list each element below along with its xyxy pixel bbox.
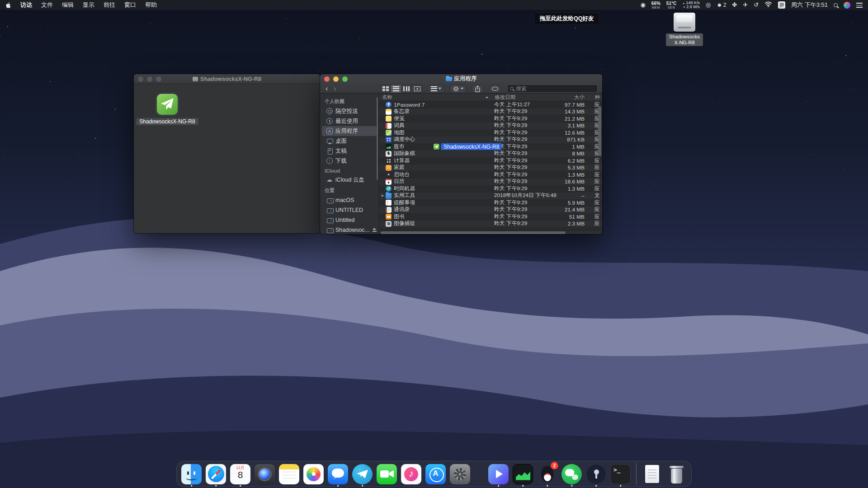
back-button[interactable]: ‹ [323, 84, 331, 93]
action-button[interactable] [449, 84, 467, 93]
sidebar-item[interactable]: iCloud 云盘 [322, 175, 377, 185]
file-row[interactable]: 图书昨天 下午9:2951 MB应 [379, 213, 602, 221]
sidebar-item[interactable]: 下载 [322, 156, 377, 166]
tags-button[interactable] [489, 84, 501, 93]
menubar-menu[interactable]: 访达 [16, 1, 37, 8]
dock-documents[interactable] [642, 464, 662, 485]
menubar-menu[interactable]: 窗口 [120, 1, 141, 8]
sidebar-item[interactable]: 最近使用 [322, 116, 377, 126]
file-row[interactable]: 计算器昨天 下午9:296.2 MB应 [379, 157, 602, 164]
file-row[interactable]: 1Password 7今天 上午11:2797.7 MB应 [379, 101, 602, 108]
menubar-menu[interactable]: 前往 [99, 1, 120, 8]
file-date: 昨天 下午9:29 [491, 206, 564, 213]
file-row[interactable]: 地图昨天 下午9:2912.6 MB应 [379, 129, 602, 136]
dock-wechat[interactable] [561, 464, 582, 485]
menubar-menu[interactable]: 编辑 [57, 1, 78, 8]
paw-icon[interactable]: ✤ [732, 0, 737, 10]
dock-appstore[interactable] [425, 464, 446, 485]
column-header-kind[interactable]: 种 [589, 94, 602, 101]
sidebar-scrollbar-thumb[interactable] [377, 97, 378, 180]
file-row[interactable]: 日历昨天 下午9:2918.6 MB应 [379, 178, 602, 186]
plane-icon[interactable]: ✈ [743, 0, 748, 10]
dock-notes[interactable] [279, 464, 299, 485]
column-view-button[interactable] [401, 85, 412, 93]
menubar-menu[interactable]: 文件 [37, 1, 57, 8]
file-row[interactable]: 提醒事项昨天 下午9:295.9 MB应 [379, 199, 602, 206]
list-view-button[interactable] [391, 85, 401, 93]
gear-icon [453, 85, 459, 92]
disclosure-triangle-icon[interactable]: ▶ [382, 194, 386, 197]
file-row[interactable]: 图像捕捉昨天 下午9:292.3 MB应 [379, 221, 602, 228]
dock-onepassword[interactable] [586, 464, 606, 485]
sidebar-item[interactable]: 隔空投送 [322, 106, 377, 116]
sidebar-item[interactable]: Shadowsoc... [322, 225, 377, 234]
share-button[interactable] [472, 84, 484, 93]
file-kind: 应 [589, 178, 602, 185]
file-row[interactable]: 通讯录昨天 下午9:2921.4 MB应 [379, 206, 602, 214]
sidebar-item[interactable]: 应用程序 [322, 126, 377, 136]
file-row[interactable]: ▶实用工具2018年10月24日 下午5:48--文 [379, 192, 602, 200]
icon-view-button[interactable] [381, 85, 391, 93]
list-horizontal-scrollbar-thumb[interactable] [381, 231, 566, 234]
file-kind: 文 [589, 192, 602, 199]
column-header-date[interactable]: 修改日期 [491, 94, 564, 101]
dmg-app-item[interactable]: ShadowsocksX-NG-R8 [144, 94, 191, 125]
sidebar-item[interactable]: 桌面 [322, 136, 377, 146]
notification-center-icon[interactable] [856, 3, 863, 8]
sidebar-item[interactable]: Untitled [322, 215, 377, 225]
dock-finder[interactable] [181, 464, 202, 485]
input-method-icon[interactable]: 拼 [778, 1, 785, 9]
sidebar-item[interactable]: UNTITLED [322, 205, 377, 215]
dock-qq[interactable]: 2 [537, 464, 557, 485]
search-input[interactable] [516, 85, 588, 92]
dock-telegram[interactable] [352, 464, 373, 485]
dock-photos[interactable] [303, 464, 324, 485]
list-vertical-scrollbar-thumb[interactable] [598, 106, 601, 156]
status-circle-icon[interactable]: ◉ [641, 0, 646, 10]
apple-menu[interactable] [5, 2, 11, 9]
file-row[interactable]: 调度中心昨天 下午9:29871 KB应 [379, 136, 602, 144]
dock-messages[interactable] [328, 464, 348, 485]
file-row[interactable]: 家庭昨天 下午9:295.3 MB应 [379, 164, 602, 172]
file-row[interactable]: 便笺昨天 下午9:2921.2 MB应 [379, 115, 602, 122]
dock-facetime[interactable] [377, 464, 397, 485]
dock-terminal[interactable] [610, 464, 631, 485]
time-machine-icon[interactable]: ↺ [754, 0, 759, 10]
search-field[interactable] [507, 84, 598, 93]
network-speed-status[interactable]: ▲148 K/s ▼2.8 M/s [682, 1, 699, 9]
dock-photobooth[interactable] [255, 464, 275, 485]
menubar-menu[interactable]: 显示 [78, 1, 99, 8]
column-header-size[interactable]: 大小 [564, 94, 589, 101]
dock-trash[interactable] [666, 464, 687, 485]
spotlight-icon[interactable] [834, 3, 838, 7]
wifi-icon[interactable] [764, 1, 772, 9]
file-row[interactable]: 国际象棋昨天 下午9:298 MB应 [379, 150, 602, 158]
dock-istat[interactable] [513, 464, 533, 485]
column-header-name[interactable]: 名称 [379, 94, 491, 101]
group-button[interactable] [428, 84, 444, 93]
menubar-menu[interactable]: 帮助 [141, 1, 161, 8]
record-icon[interactable]: ◎ [706, 0, 711, 10]
dock-music[interactable] [401, 464, 421, 485]
drag-ghost[interactable]: ShadowsocksX-NG-R8 [434, 143, 502, 150]
gallery-view-button[interactable] [412, 85, 422, 93]
file-row[interactable]: 备忘录昨天 下午9:2914.3 MB应 [379, 108, 602, 116]
eject-icon[interactable] [372, 228, 377, 232]
sidebar-item-label: 下载 [335, 157, 347, 165]
dock-iina[interactable] [488, 464, 509, 485]
file-row[interactable]: 启动台昨天 下午9:291.3 MB应 [379, 171, 602, 178]
forward-button[interactable]: › [331, 84, 339, 93]
siri-icon[interactable] [844, 2, 850, 9]
sidebar-item[interactable]: macOS [322, 195, 377, 205]
file-row[interactable]: 词典昨天 下午9:293.1 MB应 [379, 122, 602, 130]
memory-status[interactable]: 66% MEM [651, 1, 660, 9]
dock-calendar[interactable]: 12月8 [230, 464, 250, 485]
file-row[interactable]: 时间机器昨天 下午9:291.3 MB应 [379, 185, 602, 192]
dock-settings[interactable] [450, 464, 470, 485]
sidebar-item[interactable]: 文稿 [322, 146, 377, 156]
menu-bar-clock[interactable]: 周六 下午3:51 [791, 1, 828, 9]
desktop-dmg-icon[interactable]: ShadowsocksX-NG-R8 [663, 13, 706, 46]
qq-menu-icon[interactable]: ☻ 2 [717, 2, 726, 8]
dock-safari[interactable] [206, 464, 226, 485]
temperature-status[interactable]: 51°C SEN [666, 1, 676, 9]
